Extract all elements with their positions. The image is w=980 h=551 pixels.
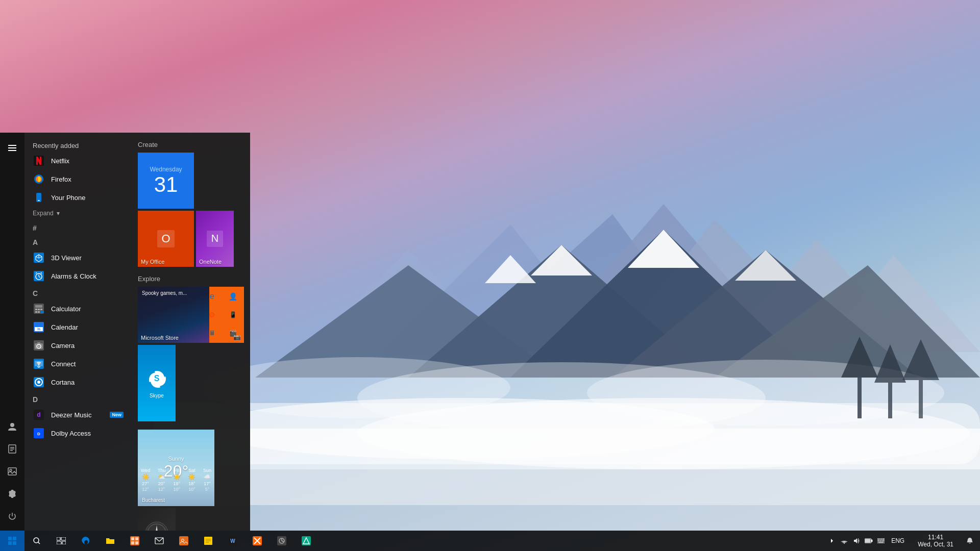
- app-list: Recently added Netflix Firefox: [24, 133, 132, 531]
- tile-microsoft-store[interactable]: Spooky games, m... e 👤 ⚙ 📱 🖩 🎬 Microsoft…: [138, 287, 244, 343]
- taskbar-stickynotes-button[interactable]: [196, 531, 220, 551]
- svg-rect-148: [880, 540, 881, 541]
- task-view-icon: [56, 536, 66, 546]
- photos-taskbar-icon: [179, 536, 189, 546]
- expand-button[interactable]: Expand ▾: [24, 207, 132, 220]
- sidebar-bottom-icons: [2, 416, 22, 527]
- app-item-alarms-clock[interactable]: Alarms & Clock: [24, 267, 132, 285]
- tray-battery-icon[interactable]: [864, 536, 874, 546]
- taskbar-task-view-button[interactable]: [49, 531, 74, 551]
- taskbar-edge-button[interactable]: [74, 531, 98, 551]
- hamburger-menu-button[interactable]: [2, 138, 22, 158]
- app-item-deezer[interactable]: d Deezer Music New: [24, 406, 132, 424]
- start-menu: Recently added Netflix Firefox: [0, 133, 250, 531]
- taskbar-photos-button[interactable]: [172, 531, 196, 551]
- taskbar-search-button[interactable]: [24, 531, 49, 551]
- app-item-firefox[interactable]: Firefox: [24, 170, 132, 188]
- svg-rect-113: [61, 537, 66, 540]
- tile-office[interactable]: O My Office: [138, 211, 194, 267]
- app-item-netflix[interactable]: Netflix: [24, 152, 132, 170]
- tile-weather[interactable]: Sunny 20° Wed ☀️ 27° 12° Thu ⛅ 20° 12°: [138, 430, 214, 506]
- sidebar-user-icon[interactable]: [2, 416, 22, 437]
- expand-label: Expand: [33, 210, 54, 217]
- app-item-connect[interactable]: Connect: [24, 355, 132, 373]
- sticky-notes-icon: [203, 536, 213, 546]
- taskbar-app1-button[interactable]: [270, 531, 294, 551]
- explore-section-title: Explore: [138, 275, 244, 283]
- sidebar-photos-icon[interactable]: [2, 461, 22, 482]
- app-item-camera[interactable]: Camera: [24, 336, 132, 355]
- your-phone-icon: [33, 191, 45, 204]
- svg-rect-68: [40, 323, 41, 325]
- svg-rect-78: [38, 367, 39, 368]
- app-item-3d-viewer[interactable]: 3D Viewer: [24, 248, 132, 267]
- svg-text:31: 31: [37, 328, 41, 331]
- svg-rect-60: [40, 309, 42, 310]
- calculator-label: Calculator: [51, 305, 124, 313]
- svg-rect-144: [879, 539, 880, 540]
- notifications-icon: [965, 536, 975, 546]
- tray-chevron[interactable]: [827, 536, 837, 546]
- app2-icon: [301, 536, 311, 546]
- store-tile-caption: Spooky games, m...: [142, 290, 187, 296]
- deezer-new-badge: New: [110, 412, 124, 418]
- weather-day-wed: Wed ☀️ 27° 12°: [141, 468, 150, 492]
- svg-text:O: O: [161, 232, 170, 245]
- desktop-wallpaper: [153, 173, 980, 531]
- taskbar-app2-button[interactable]: [294, 531, 318, 551]
- taskbar-winamp-button[interactable]: W: [220, 531, 245, 551]
- svg-rect-115: [62, 541, 66, 544]
- connect-icon: [33, 358, 45, 370]
- tray-keyboard-icon[interactable]: [876, 536, 886, 546]
- store-mini-calc: 🖩: [202, 324, 222, 342]
- app-item-your-phone[interactable]: Your Phone: [24, 188, 132, 207]
- calendar-tile-day: Wednesday: [150, 166, 182, 173]
- taskbar-file-explorer-button[interactable]: [98, 531, 122, 551]
- store-mini-person: 👤: [223, 288, 243, 305]
- svg-rect-74: [37, 342, 40, 344]
- svg-marker-138: [854, 538, 857, 543]
- tray-language[interactable]: ENG: [888, 537, 908, 544]
- app-item-cortana[interactable]: Cortana: [24, 373, 132, 391]
- svg-text:S: S: [154, 374, 160, 383]
- 3d-viewer-label: 3D Viewer: [51, 254, 124, 262]
- tile-calendar[interactable]: Wednesday 31: [138, 153, 194, 209]
- store-tile-screenshot-icon: 📷: [233, 334, 241, 341]
- store-tile-label: Microsoft Store: [141, 335, 179, 341]
- firefox-icon: [33, 173, 45, 185]
- taskbar-start-button[interactable]: [0, 531, 24, 551]
- tile-skype[interactable]: S Skype: [138, 345, 176, 421]
- office-tile-label: My Office: [141, 259, 164, 265]
- app-item-calculator[interactable]: Calculator: [24, 299, 132, 318]
- app-item-calendar[interactable]: 31 Calendar: [24, 318, 132, 336]
- xmind-icon: [252, 536, 262, 546]
- svg-rect-24: [857, 378, 862, 418]
- cortana-label: Cortana: [51, 379, 124, 386]
- taskbar-xmind-button[interactable]: [245, 531, 270, 551]
- svg-rect-150: [878, 542, 884, 543]
- taskbar-mail-button[interactable]: [147, 531, 172, 551]
- svg-rect-119: [131, 541, 134, 544]
- sidebar-documents-icon[interactable]: [2, 439, 22, 459]
- sidebar-power-icon[interactable]: [2, 506, 22, 527]
- file-explorer-icon: [105, 536, 115, 546]
- edge-icon: [81, 536, 91, 546]
- tray-network-icon[interactable]: [839, 536, 849, 546]
- tray-volume-icon[interactable]: [851, 536, 862, 546]
- section-hash: #: [24, 220, 132, 234]
- section-a: A: [24, 234, 132, 248]
- tile-onenote[interactable]: N OneNote: [196, 211, 234, 267]
- alarms-clock-icon: [33, 270, 45, 282]
- alarms-clock-label: Alarms & Clock: [51, 272, 124, 280]
- taskbar-clock[interactable]: 11:41 Wed, Oct, 31: [912, 531, 960, 551]
- taskbar-notifications-button[interactable]: [960, 531, 980, 551]
- svg-rect-77: [37, 366, 40, 367]
- svg-rect-147: [878, 540, 879, 541]
- camera-label: Camera: [51, 342, 124, 349]
- sidebar-settings-icon[interactable]: [2, 484, 22, 504]
- app-item-dolby-access[interactable]: D Dolby Access: [24, 424, 132, 442]
- tile-deezer-music[interactable]: Deezer Music: [138, 508, 176, 531]
- taskbar-store-button[interactable]: [122, 531, 147, 551]
- calendar-tile-date: 31: [154, 174, 178, 195]
- svg-rect-30: [8, 145, 16, 146]
